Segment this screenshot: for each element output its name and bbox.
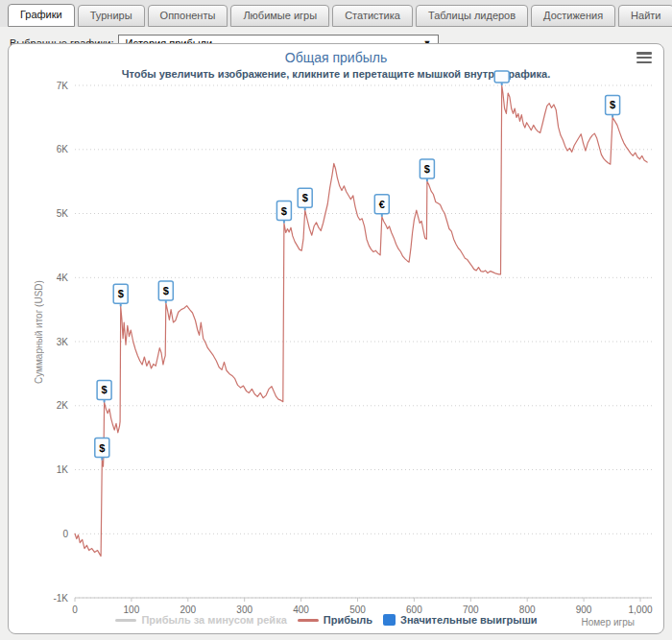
significant-win-flag[interactable]: $ (606, 95, 620, 114)
x-tick-label: 900 (576, 604, 592, 615)
y-tick-label: 1K (57, 464, 69, 475)
svg-text:$: $ (424, 163, 430, 175)
svg-text:$: $ (302, 192, 308, 203)
significant-win-flag[interactable]: $ (95, 439, 109, 458)
tab-tournaments[interactable]: Турниры (78, 5, 145, 27)
chart-panel: Общая прибыль Чтобы увеличить изображени… (8, 43, 664, 634)
svg-text:$: $ (102, 384, 108, 395)
plot-area[interactable]: -1K01K2K3K4K5K6K7K0100200300400500600700… (9, 44, 663, 633)
y-tick-label: 7K (57, 81, 69, 91)
svg-text:$: $ (118, 288, 124, 299)
svg-text:€: € (379, 199, 385, 210)
significant-win-flag[interactable]: $ (158, 281, 173, 300)
significant-win-flag[interactable]: $ (298, 188, 312, 207)
significant-win-flag[interactable]: $ (276, 201, 291, 221)
legend-square-swatch (383, 614, 396, 626)
y-tick-label: 5K (57, 208, 69, 219)
y-tick-label: 4K (57, 273, 69, 283)
significant-win-flag[interactable]: $ (113, 284, 128, 303)
significant-win-flag[interactable] (494, 71, 509, 83)
legend-label: Прибыль (324, 614, 372, 626)
svg-text:$: $ (99, 442, 105, 454)
tab-opponents[interactable]: Оппоненты (148, 5, 228, 27)
y-tick-label: 2K (57, 400, 69, 411)
tab-find[interactable]: Найти (618, 5, 672, 27)
legend-line-swatch (298, 619, 319, 622)
significant-win-flag[interactable]: $ (97, 380, 111, 399)
profit-line (75, 85, 647, 557)
y-tick-label: 3K (57, 337, 69, 347)
svg-text:$: $ (610, 99, 615, 110)
svg-text:$: $ (281, 205, 287, 217)
x-tick-label: 1,000 (628, 604, 652, 615)
significant-win-flag[interactable]: € (374, 195, 389, 214)
legend-item[interactable]: Прибыль за минусом рейка (115, 614, 286, 626)
svg-text:$: $ (163, 285, 169, 296)
tab-bar: ГрафикиТурнирыОппонентыЛюбимые игрыСтати… (0, 0, 672, 27)
y-axis-title: Суммарный итог (USD) (34, 188, 44, 476)
legend-label: Значительные выигрыши (400, 614, 538, 626)
tab-charts[interactable]: Графики (8, 4, 75, 27)
legend-label: Прибыль за минусом рейка (141, 614, 286, 626)
tab-statistics[interactable]: Статистика (332, 5, 413, 27)
tab-achievements[interactable]: Достижения (531, 5, 615, 27)
y-tick-label: -1K (53, 593, 68, 604)
x-axis-title: Номер игры (581, 617, 635, 628)
legend-line-swatch (115, 619, 136, 622)
chart-legend: Прибыль за минусом рейкаПрибыльЗначитель… (76, 614, 577, 626)
significant-win-flag[interactable]: $ (420, 159, 434, 178)
y-tick-label: 0 (62, 529, 68, 539)
tab-leaderboards[interactable]: Таблицы лидеров (416, 5, 528, 27)
legend-item[interactable]: Значительные выигрыши (383, 614, 538, 626)
legend-item[interactable]: Прибыль (298, 614, 372, 626)
tab-favorite-games[interactable]: Любимые игры (230, 5, 329, 27)
y-tick-label: 6K (57, 144, 69, 154)
